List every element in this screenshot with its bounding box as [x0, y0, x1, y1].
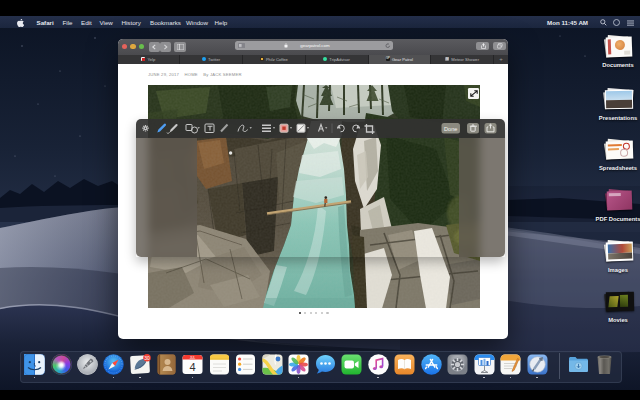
svg-text:30: 30	[144, 355, 150, 361]
svg-text:Done: Done	[444, 126, 457, 132]
svg-text:4: 4	[189, 361, 195, 373]
svg-text:JUL: JUL	[190, 356, 196, 360]
